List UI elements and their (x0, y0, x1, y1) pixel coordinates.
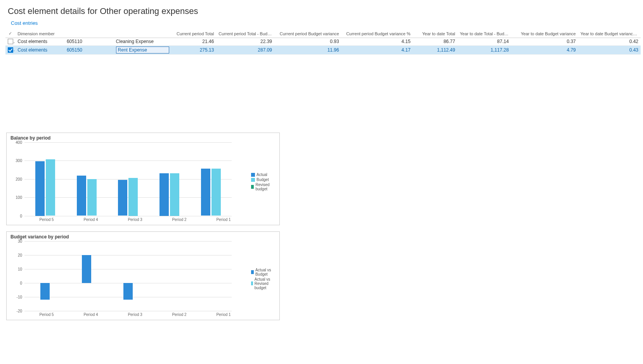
cell-type[interactable]: Cost elements (15, 45, 64, 54)
cell-cp-var: 11.96 (274, 45, 341, 54)
col-cp-var-pct[interactable]: Current period Budget variance % (341, 30, 413, 38)
col-dimension-member[interactable]: Dimension member (15, 30, 172, 38)
table-row[interactable]: Cost elements605150Rent Expense275.13287… (5, 45, 641, 54)
x-tick-label: Period 5 (24, 311, 69, 317)
col-ytd-var-pct[interactable]: Year to date Budget variance % (578, 30, 641, 38)
x-tick-label: Period 3 (113, 311, 157, 317)
page-title: Cost element details for Other operating… (0, 3, 643, 20)
x-tick-label: Period 4 (69, 311, 113, 317)
chart-bar (201, 169, 210, 216)
x-tick-label: Period 2 (157, 311, 201, 317)
chart-bar (128, 178, 138, 216)
legend-item: Actual vs Revised budget (251, 277, 276, 290)
table-row[interactable]: Cost elements605110Cleaning Expense21.46… (5, 38, 641, 45)
chart-title: Balance by period (10, 135, 276, 141)
cell-desc[interactable]: Rent Expense (116, 47, 170, 53)
chart-bar (118, 180, 127, 216)
chart-bar (82, 255, 91, 283)
cost-elements-grid: ✓ Dimension member Current period Total … (5, 30, 641, 55)
row-checkbox[interactable] (8, 39, 13, 44)
chart-bar (77, 176, 86, 216)
chart-bar (40, 283, 50, 300)
chart-bar (123, 283, 133, 300)
cell-ytd-var-pct: 0.43 (578, 45, 641, 54)
legend-item: Budget (251, 178, 276, 182)
cell-ytd-total: 1,112.49 (413, 45, 458, 54)
cell-ytd-total: 86.77 (413, 38, 458, 45)
chart-bar (170, 173, 179, 216)
chart-bar (35, 161, 45, 216)
cell-cp-var: 0.93 (274, 38, 341, 45)
cell-cp-var-pct: 4.15 (341, 38, 413, 45)
chart-title: Budget variance by period (10, 234, 276, 240)
row-checkbox[interactable] (8, 47, 13, 53)
cell-code[interactable]: 605150 (64, 45, 114, 54)
cell-desc[interactable]: Cleaning Expense (114, 38, 172, 45)
chart-legend: ActualBudgetRevised budget (251, 172, 276, 192)
cell-cp-total: 275.13 (172, 45, 216, 54)
x-tick-label: Period 1 (201, 216, 246, 222)
budget-variance-chart: Budget variance by period -20-100102030 … (6, 231, 280, 320)
chart-bar (46, 159, 55, 216)
col-cp-total-budget[interactable]: Current period Total - Budget (216, 30, 274, 38)
cell-cp-total-budget: 287.09 (216, 45, 274, 54)
chart-bar (211, 169, 221, 216)
col-ytd-total[interactable]: Year to date Total (413, 30, 458, 38)
cell-ytd-total-budget: 1,117.28 (458, 45, 511, 54)
cell-cp-total-budget: 22.39 (216, 38, 274, 45)
x-tick-label: Period 3 (113, 216, 157, 222)
cost-entries-link[interactable]: Cost entries (0, 20, 38, 30)
legend-item: Actual (251, 173, 276, 177)
x-tick-label: Period 4 (69, 216, 113, 222)
chart-legend: Actual vs BudgetActual vs Revised budget (251, 267, 276, 291)
cell-code[interactable]: 605110 (64, 38, 114, 45)
col-cp-var[interactable]: Current period Budget variance (274, 30, 341, 38)
cell-ytd-total-budget: 87.14 (458, 38, 511, 45)
balance-by-period-chart: Balance by period 0100200300400 Period 5… (6, 133, 280, 225)
cell-cp-var-pct: 4.17 (341, 45, 413, 54)
col-ytd-total-budget[interactable]: Year to date Total - Budget (458, 30, 511, 38)
cell-cp-total: 21.46 (172, 38, 216, 45)
col-cp-total[interactable]: Current period Total (172, 30, 216, 38)
select-all-header[interactable]: ✓ (5, 30, 15, 38)
cell-ytd-var: 4.79 (511, 45, 578, 54)
legend-item: Actual vs Budget (251, 268, 276, 276)
x-tick-label: Period 1 (201, 311, 246, 317)
col-ytd-var[interactable]: Year to date Budget variance (511, 30, 578, 38)
legend-item: Revised budget (251, 183, 276, 191)
x-tick-label: Period 5 (24, 216, 69, 222)
cell-type[interactable]: Cost elements (15, 38, 64, 45)
x-tick-label: Period 2 (157, 216, 201, 222)
cell-ytd-var-pct: 0.42 (578, 38, 641, 45)
cell-ytd-var: 0.37 (511, 38, 578, 45)
chart-bar (159, 173, 169, 216)
chart-bar (87, 179, 97, 216)
